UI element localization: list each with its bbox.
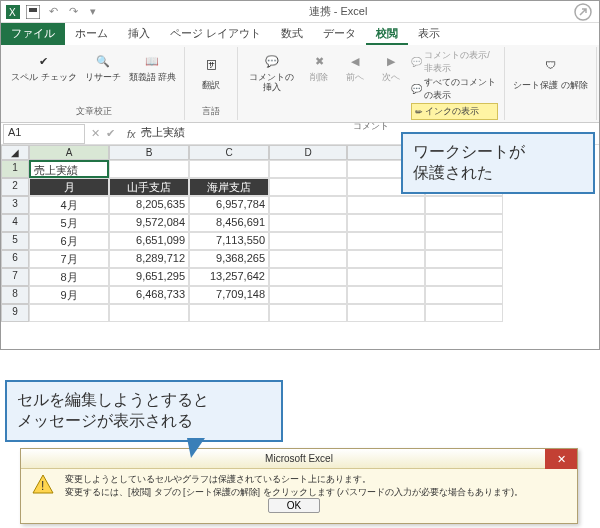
new-comment-button[interactable]: 💬コメントの 挿入: [244, 49, 299, 95]
cell[interactable]: [347, 214, 425, 232]
cell-c4[interactable]: 8,456,691: [189, 214, 269, 232]
window-title: 連携 - Excel: [105, 4, 571, 19]
tab-formulas[interactable]: 数式: [271, 23, 313, 45]
fx-icon[interactable]: fx: [121, 128, 137, 140]
cell[interactable]: [189, 160, 269, 178]
cell[interactable]: [425, 286, 503, 304]
row-header-6[interactable]: 6: [1, 250, 29, 268]
cell-a3[interactable]: 4月: [29, 196, 109, 214]
tab-home[interactable]: ホーム: [65, 23, 118, 45]
cell-a8[interactable]: 9月: [29, 286, 109, 304]
cell[interactable]: [29, 304, 109, 322]
unprotect-sheet-button[interactable]: 🛡シート保護 の解除: [511, 49, 590, 93]
close-button[interactable]: ✕: [545, 449, 577, 469]
cell-b4[interactable]: 9,572,084: [109, 214, 189, 232]
spellcheck-button[interactable]: ✔スペル チェック: [9, 49, 79, 85]
cell[interactable]: [425, 214, 503, 232]
row-header-1[interactable]: 1: [1, 160, 29, 178]
tab-data[interactable]: データ: [313, 23, 366, 45]
row-header-3[interactable]: 3: [1, 196, 29, 214]
protection-dialog: Microsoft Excel ✕ ! 変更しようとしているセルやグラフは保護さ…: [20, 448, 578, 524]
cell-a7[interactable]: 8月: [29, 268, 109, 286]
dialog-titlebar[interactable]: Microsoft Excel ✕: [21, 449, 577, 469]
show-ink[interactable]: ✏インクの表示: [411, 103, 498, 120]
cell-b5[interactable]: 6,651,099: [109, 232, 189, 250]
cell-a2[interactable]: 月: [29, 178, 109, 196]
col-header-b[interactable]: B: [109, 145, 189, 160]
cell[interactable]: [269, 214, 347, 232]
cell[interactable]: [425, 232, 503, 250]
next-comment-button[interactable]: ▶次へ: [375, 49, 407, 85]
cell[interactable]: [425, 268, 503, 286]
tab-review[interactable]: 校閲: [366, 23, 408, 45]
cell-a6[interactable]: 7月: [29, 250, 109, 268]
cell[interactable]: [347, 286, 425, 304]
cell-b3[interactable]: 8,205,635: [109, 196, 189, 214]
spellcheck-icon: ✔: [34, 51, 54, 71]
save-icon[interactable]: [25, 4, 41, 20]
cell[interactable]: [269, 232, 347, 250]
ok-button[interactable]: OK: [268, 498, 320, 513]
show-hide-comment[interactable]: 💬コメントの表示/非表示: [411, 49, 498, 75]
cell[interactable]: [269, 286, 347, 304]
cell[interactable]: [425, 250, 503, 268]
cell[interactable]: [425, 196, 503, 214]
translate-button[interactable]: 🈂翻訳: [191, 49, 231, 93]
cell[interactable]: [109, 304, 189, 322]
share-icon[interactable]: [571, 0, 595, 24]
cell[interactable]: [109, 160, 189, 178]
cell-b6[interactable]: 8,289,712: [109, 250, 189, 268]
tab-pagelayout[interactable]: ページ レイアウト: [160, 23, 271, 45]
cell-b7[interactable]: 9,651,295: [109, 268, 189, 286]
quick-access-toolbar: X ↶ ↷ ▾: [1, 4, 105, 20]
cell-c5[interactable]: 7,113,550: [189, 232, 269, 250]
row-header-9[interactable]: 9: [1, 304, 29, 322]
show-all-comments[interactable]: 💬すべてのコメントの表示: [411, 76, 498, 102]
row-header-5[interactable]: 5: [1, 232, 29, 250]
cell[interactable]: [269, 160, 347, 178]
cell-b2[interactable]: 山手支店: [109, 178, 189, 196]
undo-icon[interactable]: ↶: [45, 4, 61, 20]
cell[interactable]: [347, 268, 425, 286]
col-header-d[interactable]: D: [269, 145, 347, 160]
cell[interactable]: [269, 268, 347, 286]
col-header-a[interactable]: A: [29, 145, 109, 160]
col-header-c[interactable]: C: [189, 145, 269, 160]
new-comment-icon: 💬: [262, 51, 282, 71]
cell-c8[interactable]: 7,709,148: [189, 286, 269, 304]
cell[interactable]: [347, 304, 425, 322]
cell-c7[interactable]: 13,257,642: [189, 268, 269, 286]
qat-more-icon[interactable]: ▾: [85, 4, 101, 20]
cell-a4[interactable]: 5月: [29, 214, 109, 232]
tab-file[interactable]: ファイル: [1, 23, 65, 45]
cell[interactable]: [425, 304, 503, 322]
select-all-corner[interactable]: ◢: [1, 145, 29, 160]
row-header-2[interactable]: 2: [1, 178, 29, 196]
redo-icon[interactable]: ↷: [65, 4, 81, 20]
row-header-7[interactable]: 7: [1, 268, 29, 286]
cell-b8[interactable]: 6,468,733: [109, 286, 189, 304]
cell[interactable]: [189, 304, 269, 322]
research-button[interactable]: 🔍リサーチ: [83, 49, 123, 85]
thesaurus-button[interactable]: 📖類義語 辞典: [127, 49, 179, 85]
row-header-8[interactable]: 8: [1, 286, 29, 304]
name-box[interactable]: A1: [3, 124, 85, 144]
cell-c6[interactable]: 9,368,265: [189, 250, 269, 268]
comment-options: 💬コメントの表示/非表示 💬すべてのコメントの表示 ✏インクの表示: [411, 49, 498, 120]
cell[interactable]: [269, 250, 347, 268]
tab-insert[interactable]: 挿入: [118, 23, 160, 45]
delete-comment-button[interactable]: ✖削除: [303, 49, 335, 85]
cell-c2[interactable]: 海岸支店: [189, 178, 269, 196]
cell[interactable]: [347, 250, 425, 268]
cell-c3[interactable]: 6,957,784: [189, 196, 269, 214]
cell-a5[interactable]: 6月: [29, 232, 109, 250]
tab-view[interactable]: 表示: [408, 23, 450, 45]
row-header-4[interactable]: 4: [1, 214, 29, 232]
cell[interactable]: [269, 178, 347, 196]
cell-a1[interactable]: 売上実績: [29, 160, 109, 178]
cell[interactable]: [347, 196, 425, 214]
cell[interactable]: [269, 196, 347, 214]
cell[interactable]: [269, 304, 347, 322]
prev-comment-button[interactable]: ◀前へ: [339, 49, 371, 85]
cell[interactable]: [347, 232, 425, 250]
